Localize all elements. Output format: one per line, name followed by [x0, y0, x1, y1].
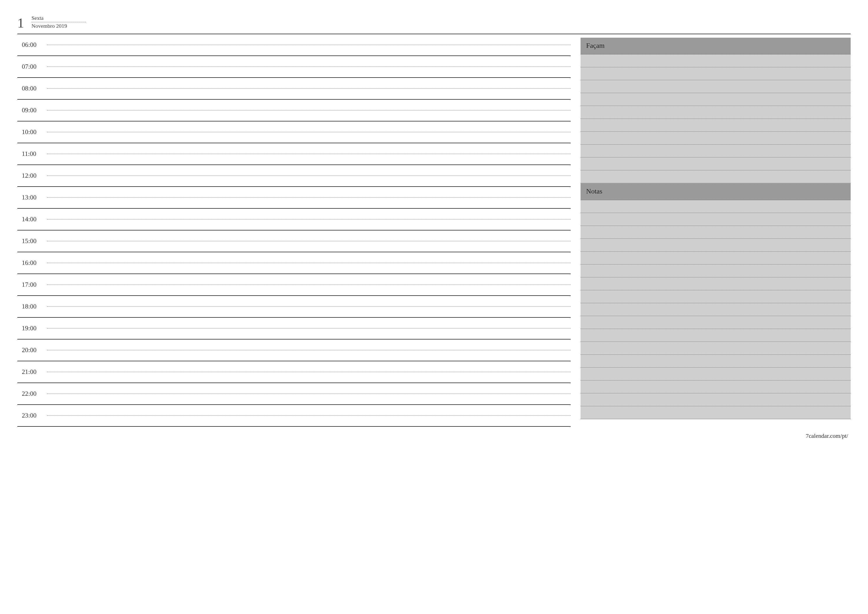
todo-line	[581, 171, 851, 183]
hour-row: 12:00	[17, 165, 570, 187]
hour-row: 15:00	[17, 230, 570, 252]
todo-line	[581, 67, 851, 80]
notes-line	[581, 213, 851, 226]
day-number: 1	[17, 16, 24, 30]
hour-label: 07:00	[17, 63, 47, 70]
hour-row: 23:00	[17, 405, 570, 427]
hour-row: 10:00	[17, 121, 570, 143]
hour-label: 16:00	[17, 259, 47, 267]
todo-header: Façam	[581, 38, 851, 54]
hour-row: 13:00	[17, 187, 570, 209]
hour-writing-line	[47, 154, 570, 154]
notes-line	[581, 316, 851, 329]
todo-line	[581, 145, 851, 158]
hour-writing-line	[47, 175, 570, 176]
hour-row: 08:00	[17, 78, 570, 99]
hour-label: 08:00	[17, 85, 47, 92]
hour-writing-line	[47, 372, 570, 372]
hour-label: 21:00	[17, 368, 47, 376]
planner-content: 06:0007:0008:0009:0010:0011:0012:0013:00…	[17, 34, 851, 427]
notes-line	[581, 381, 851, 394]
todo-line	[581, 158, 851, 171]
hour-row: 16:00	[17, 252, 570, 274]
hour-writing-line	[47, 284, 570, 285]
hour-row: 06:00	[17, 34, 570, 56]
hour-writing-line	[47, 110, 570, 110]
todo-line	[581, 106, 851, 119]
hour-writing-line	[47, 415, 570, 416]
notes-line	[581, 239, 851, 252]
hour-writing-line	[47, 263, 570, 263]
hour-writing-line	[47, 394, 570, 394]
hour-schedule: 06:0007:0008:0009:0010:0011:0012:0013:00…	[17, 34, 570, 427]
notes-block: Notas	[581, 183, 851, 419]
day-meta: Sexta Novembro 2019	[31, 15, 86, 30]
hour-label: 13:00	[17, 194, 47, 201]
hour-writing-line	[47, 306, 570, 307]
hour-label: 23:00	[17, 412, 47, 419]
hour-label: 15:00	[17, 237, 47, 245]
hour-writing-line	[47, 219, 570, 220]
todo-lines	[581, 54, 851, 183]
sidebar: Façam Notas	[581, 34, 851, 427]
hour-row: 20:00	[17, 340, 570, 361]
hour-label: 19:00	[17, 325, 47, 332]
hour-label: 12:00	[17, 172, 47, 179]
hour-label: 22:00	[17, 390, 47, 397]
hour-label: 10:00	[17, 128, 47, 136]
notes-line	[581, 265, 851, 278]
hour-label: 20:00	[17, 346, 47, 354]
todo-line	[581, 119, 851, 132]
hour-label: 11:00	[17, 150, 47, 158]
hour-row: 14:00	[17, 209, 570, 230]
hour-row: 09:00	[17, 99, 570, 121]
hour-label: 17:00	[17, 281, 47, 288]
todo-line	[581, 54, 851, 67]
footer-url: 7calendar.com/pt/	[17, 433, 851, 439]
hour-writing-line	[47, 241, 570, 241]
hour-row: 19:00	[17, 318, 570, 340]
notes-line	[581, 278, 851, 290]
notes-line	[581, 394, 851, 406]
notes-lines	[581, 200, 851, 419]
notes-line	[581, 303, 851, 316]
month-year-label: Novembro 2019	[31, 23, 86, 29]
hour-writing-line	[47, 350, 570, 350]
hour-row: 18:00	[17, 296, 570, 318]
hour-label: 18:00	[17, 303, 47, 310]
notes-line	[581, 368, 851, 381]
notes-line	[581, 252, 851, 265]
todo-line	[581, 132, 851, 145]
todo-line	[581, 93, 851, 106]
hour-writing-line	[47, 88, 570, 89]
notes-line	[581, 226, 851, 239]
hour-row: 11:00	[17, 143, 570, 165]
hour-row: 07:00	[17, 56, 570, 78]
hour-row: 21:00	[17, 361, 570, 383]
notes-header: Notas	[581, 183, 851, 200]
notes-line	[581, 200, 851, 213]
hour-writing-line	[47, 45, 570, 45]
todo-line	[581, 80, 851, 93]
hour-writing-line	[47, 328, 570, 329]
notes-line	[581, 329, 851, 342]
notes-line	[581, 290, 851, 303]
notes-line	[581, 406, 851, 419]
weekday-label: Sexta	[31, 15, 86, 22]
hour-row: 17:00	[17, 274, 570, 296]
hour-label: 14:00	[17, 216, 47, 223]
planner-page: 1 Sexta Novembro 2019 06:0007:0008:0009:…	[17, 15, 851, 439]
hour-writing-line	[47, 132, 570, 132]
notes-line	[581, 342, 851, 355]
todo-block: Façam	[581, 38, 851, 183]
planner-header: 1 Sexta Novembro 2019	[17, 15, 851, 34]
hour-label: 06:00	[17, 41, 47, 48]
hour-writing-line	[47, 197, 570, 198]
notes-line	[581, 355, 851, 368]
hour-row: 22:00	[17, 383, 570, 405]
hour-label: 09:00	[17, 107, 47, 114]
hour-writing-line	[47, 67, 570, 67]
